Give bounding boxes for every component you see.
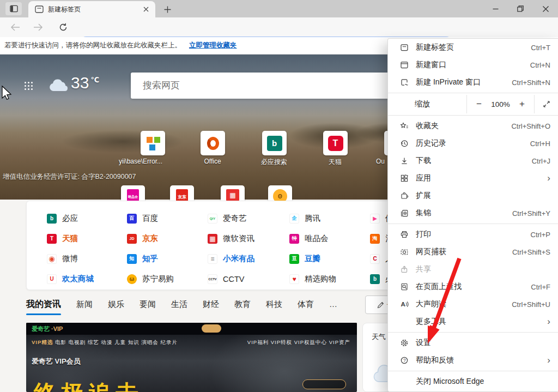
apps-icon — [400, 174, 409, 183]
menu-divider — [388, 371, 558, 371]
workspaces-button[interactable] — [5, 2, 22, 15]
quick-link-msn[interactable]: ▦微软资讯 — [208, 228, 289, 249]
manage-favorites-link[interactable]: 立即管理收藏夹 — [189, 41, 237, 50]
menu-item-favorites[interactable]: 收藏夹Ctrl+Shift+O — [388, 117, 558, 135]
menu-item-close-edge[interactable]: 关闭 Microsoft Edge — [388, 373, 558, 390]
menu-item-apps[interactable]: 应用 — [388, 170, 558, 187]
quick-link-suning[interactable]: ω苏宁易购 — [127, 269, 208, 289]
temperature[interactable]: 33℃ — [71, 74, 99, 92]
menu-item-more-tools[interactable]: 更多工具 — [388, 313, 558, 330]
menu-divider — [388, 115, 558, 116]
douban-icon: 豆 — [289, 254, 299, 264]
shortcut-tile-bing[interactable]: b — [262, 131, 287, 155]
bing-icon: b — [370, 274, 380, 284]
quick-link-tmall[interactable]: T天猫 — [47, 228, 127, 249]
tab-education[interactable]: 教育 — [234, 299, 251, 310]
jd-icon: JD — [127, 234, 137, 244]
menu-item-extensions[interactable]: 扩展 — [388, 187, 558, 204]
vipshop-icon: 特 — [289, 234, 299, 244]
news-tabs: 我的资讯 新闻 娱乐 要闻 生活 财经 教育 科技 体育 … — [26, 299, 337, 310]
tab-headlines[interactable]: 要闻 — [140, 299, 156, 310]
weather-cloud-icon[interactable] — [48, 78, 70, 92]
iqiyi-logo: 爱奇艺·VIP — [32, 325, 63, 333]
shortcut-tile-office[interactable] — [201, 131, 225, 155]
menu-divider — [388, 93, 558, 93]
menu-divider — [388, 332, 558, 333]
toolbar — [0, 17, 558, 37]
shortcut-tile-tmall[interactable]: T — [323, 131, 348, 155]
quick-link-vipshop[interactable]: 特唯品会 — [289, 228, 370, 249]
zoom-out-button[interactable]: − — [474, 99, 484, 110]
tab-tech[interactable]: 科技 — [266, 299, 282, 310]
tab-finance[interactable]: 财经 — [203, 299, 219, 310]
quick-link-oppo[interactable]: U欢太商城 — [47, 269, 127, 289]
quick-link-jd[interactable]: JD京东 — [127, 228, 208, 249]
weather-card-title: 天气 — [372, 332, 386, 342]
menu-item-read-aloud[interactable]: A 大声朗读Ctrl+Shift+U — [388, 295, 558, 313]
share-icon — [400, 265, 409, 274]
menu-item-new-tab[interactable]: 新建标签页Ctrl+T — [388, 39, 558, 56]
refresh-icon — [59, 23, 68, 32]
minimize-button[interactable] — [483, 0, 508, 17]
restore-icon — [517, 5, 524, 12]
quick-link-tencent[interactable]: 企腾讯 — [289, 208, 370, 228]
active-tab[interactable]: 新建标签页 — [28, 1, 155, 17]
menu-item-share: 共享 — [388, 261, 558, 278]
menu-item-collections[interactable]: 集锦Ctrl+Shift+Y — [388, 204, 558, 222]
menu-zoom-row: 缩放 − 100% + — [388, 95, 558, 113]
fullscreen-icon — [543, 100, 550, 108]
menu-item-web-capture[interactable]: 网页捕获Ctrl+Shift+S — [388, 243, 558, 261]
back-button[interactable] — [9, 21, 22, 33]
tab-news[interactable]: 新闻 — [76, 299, 93, 310]
menu-item-help-feedback[interactable]: ? 帮助和反馈 — [388, 352, 558, 369]
page-layout-button[interactable] — [24, 81, 33, 91]
menu-item-settings[interactable]: 设置 — [388, 334, 558, 352]
zoom-in-button[interactable]: + — [517, 99, 527, 110]
menu-item-downloads[interactable]: 下载Ctrl+J — [388, 152, 558, 170]
inprivate-icon — [400, 78, 409, 87]
quick-link-weibo[interactable]: ◉微博 — [47, 249, 127, 269]
shortcut-label: yii\base\Error... — [108, 158, 173, 165]
menu-item-find-on-page[interactable]: 在页面上查找Ctrl+F — [388, 278, 558, 295]
forward-button[interactable] — [32, 21, 45, 33]
quick-link-zhihu[interactable]: 知知乎 — [127, 249, 208, 269]
menu-item-history[interactable]: 历史记录Ctrl+H — [388, 135, 558, 152]
zoom-value: 100% — [491, 100, 510, 108]
shortcut-label: 天猫 — [302, 158, 368, 167]
menu-item-print[interactable]: 打印Ctrl+P — [388, 226, 558, 243]
tab-close-icon[interactable] — [141, 4, 151, 14]
ad-cta-button[interactable] — [302, 379, 346, 389]
quick-link-xiaomi[interactable]: ≡小米有品 — [208, 249, 289, 269]
close-window-button[interactable] — [533, 0, 558, 17]
refresh-button[interactable] — [57, 21, 70, 33]
pencil-icon — [377, 301, 384, 309]
more-tabs-icon[interactable]: … — [329, 299, 337, 309]
collections-icon — [400, 209, 409, 218]
iqiyi-icon: QIY — [208, 214, 217, 224]
quick-link-baidu[interactable]: 百百度 — [127, 208, 208, 228]
zoom-label: 缩放 — [388, 95, 466, 113]
ad-banner[interactable]: 爱奇艺·VIP VIP精选 电影 电视剧 综艺 动漫 儿童 知识 演唱会 纪录片… — [26, 323, 357, 392]
shortcut-tile-yii[interactable] — [141, 131, 165, 155]
new-tab-button[interactable] — [162, 4, 173, 15]
restore-button[interactable] — [508, 0, 533, 17]
quick-link-bing[interactable]: b必应 — [47, 208, 127, 228]
tab-strip: 新建标签页 — [0, 0, 558, 17]
tab-sports[interactable]: 体育 — [298, 299, 314, 310]
tab-entertainment[interactable]: 娱乐 — [108, 299, 124, 310]
news-icon: ▦ — [226, 189, 239, 201]
quick-link-douban[interactable]: 豆豆瓣 — [289, 249, 370, 269]
tab-my-feed[interactable]: 我的资讯 — [26, 299, 61, 310]
svg-text:A: A — [401, 301, 405, 307]
quick-link-cctv[interactable]: CCTVCCTV — [208, 269, 289, 289]
menu-item-new-inprivate-window[interactable]: 新建 InPrivate 窗口Ctrl+Shift+N — [388, 74, 558, 91]
bing-icon: b — [47, 214, 57, 224]
minimize-icon — [493, 6, 499, 12]
quick-link-iqiyi[interactable]: QIY爱奇艺 — [208, 208, 289, 228]
quick-link-shopping[interactable]: ♥精选购物 — [289, 269, 370, 289]
print-icon — [400, 230, 409, 239]
ad-search-button[interactable] — [202, 324, 221, 333]
fullscreen-button[interactable] — [535, 95, 558, 113]
tab-life[interactable]: 生活 — [171, 299, 187, 310]
menu-item-new-window[interactable]: 新建窗口Ctrl+N — [388, 56, 558, 74]
